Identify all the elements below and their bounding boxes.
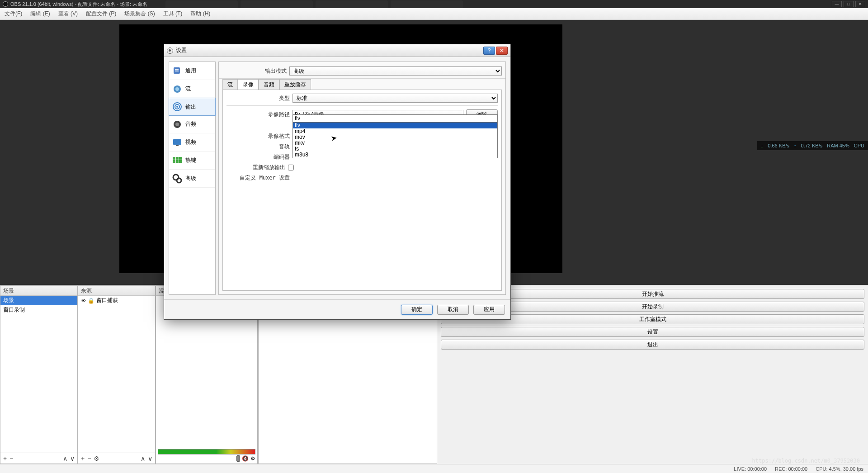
svg-point-4 [175, 87, 179, 91]
svg-rect-16 [176, 160, 179, 163]
scene-up-button[interactable]: ∧ [63, 455, 67, 462]
output-mode-select[interactable]: 高级 [289, 66, 502, 76]
format-option-ts[interactable]: ts [293, 146, 497, 152]
sidebar-item-advanced[interactable]: 高级 [169, 170, 215, 188]
sidebar-item-video[interactable]: 视频 [169, 133, 215, 151]
sidebar-item-label: 输出 [185, 103, 196, 111]
output-tabs: 流 录像 音频 重放缓存 [222, 79, 502, 90]
sidebar-item-label: 视频 [185, 138, 196, 146]
ok-button[interactable]: 确定 [401, 305, 433, 315]
app-titlebar: OBS 21.1.0 (64bit, windows) - 配置文件: 未命名 … [0, 0, 868, 8]
svg-point-9 [175, 123, 179, 126]
settings-button[interactable]: 设置 [441, 327, 864, 337]
source-settings-button[interactable]: ⚙ [94, 455, 99, 462]
gear-icon [172, 173, 183, 184]
svg-point-7 [176, 106, 178, 108]
tab-stream[interactable]: 流 [222, 79, 238, 90]
upload-rate: 0.72 KB/s [801, 143, 823, 148]
menu-view[interactable]: 查看 (V) [58, 10, 78, 18]
sidebar-item-stream[interactable]: 流 [169, 80, 215, 98]
format-option-m3u8[interactable]: m3u8 [293, 152, 497, 158]
menu-scene-collection[interactable]: 场景集合 (S) [124, 10, 155, 18]
volume-slider[interactable] [236, 455, 240, 462]
app-title: OBS 21.1.0 (64bit, windows) - 配置文件: 未命名 … [10, 1, 147, 8]
tab-audio[interactable]: 音频 [259, 79, 279, 90]
settings-content: 输出模式 高级 流 录像 音频 重放缓存 类型 标准 录像路径 [218, 61, 506, 295]
remove-source-button[interactable]: − [87, 455, 91, 462]
source-up-button[interactable]: ∧ [141, 455, 145, 462]
mixer-gear-icon[interactable]: ⚙ [250, 455, 255, 462]
svg-rect-15 [173, 160, 175, 163]
sidebar-item-hotkeys[interactable]: 热键 [169, 151, 215, 170]
dialog-titlebar[interactable]: 设置 ? ✕ [164, 44, 510, 57]
rescale-checkbox[interactable] [288, 165, 294, 170]
sidebar-item-label: 通用 [185, 67, 196, 75]
maximize-button[interactable]: □ [844, 1, 854, 7]
watermark: https://blog.csdn.net/m0_37952030 [752, 458, 860, 464]
svg-rect-10 [173, 139, 181, 145]
settings-dialog: 设置 ? ✕ 通用 流 输出 音频 视频 [164, 44, 511, 320]
svg-rect-14 [179, 157, 182, 160]
lock-icon[interactable]: 🔒 [88, 298, 94, 304]
dialog-title-text: 设置 [176, 47, 482, 54]
minimize-button[interactable]: — [832, 1, 842, 7]
svg-rect-12 [173, 157, 175, 160]
window-close-button[interactable]: ✕ [855, 1, 865, 7]
add-scene-button[interactable]: + [3, 455, 7, 462]
status-live: LIVE: 00:00:00 [734, 466, 767, 472]
ram-usage: RAM 45% [827, 143, 849, 148]
background-tabs [165, 0, 463, 8]
tab-recording[interactable]: 录像 [238, 79, 259, 90]
menu-file[interactable]: 文件(F) [5, 10, 22, 18]
statusbar: LIVE: 00:00:00 REC: 00:00:00 CPU: 4.5%, … [0, 464, 868, 473]
menu-profile[interactable]: 配置文件 (P) [86, 10, 116, 18]
svg-rect-17 [179, 160, 182, 163]
sidebar-item-audio[interactable]: 音频 [169, 115, 215, 133]
scene-down-button[interactable]: ∨ [70, 455, 75, 462]
output-icon [172, 101, 183, 112]
apply-button[interactable]: 应用 [473, 305, 505, 315]
exit-button[interactable]: 退出 [441, 340, 864, 350]
type-select[interactable]: 标准 [292, 94, 498, 103]
source-item[interactable]: 👁 🔒 窗口捕获 [78, 296, 155, 305]
muxer-label: 自定义 Muxer 设置 [226, 174, 290, 182]
sidebar-item-output[interactable]: 输出 [169, 98, 216, 116]
encoder-label: 编码器 [226, 153, 290, 161]
source-label: 窗口捕获 [96, 297, 118, 304]
format-option-mov[interactable]: mov [293, 134, 497, 140]
visibility-icon[interactable]: 👁 [81, 298, 86, 303]
dialog-close-button[interactable]: ✕ [496, 47, 508, 55]
download-rate: 0.66 KB/s [768, 143, 789, 148]
scene-item[interactable]: 窗口录制 [0, 305, 77, 315]
sidebar-item-general[interactable]: 通用 [169, 62, 215, 80]
dialog-help-button[interactable]: ? [483, 47, 495, 55]
cancel-button[interactable]: 取消 [437, 305, 469, 315]
download-icon: ↓ [761, 143, 764, 148]
recording-format-dropdown[interactable]: flv flv mp4 mov mkv ts m3u8 [292, 114, 498, 158]
stream-icon [172, 84, 183, 95]
format-selected-value[interactable]: flv [293, 115, 497, 123]
remove-scene-button[interactable]: − [9, 455, 13, 462]
add-source-button[interactable]: + [81, 455, 85, 462]
svg-point-19 [177, 178, 181, 183]
svg-rect-13 [176, 157, 179, 160]
menu-tools[interactable]: 工具 (T) [163, 10, 183, 18]
svg-rect-2 [175, 71, 179, 71]
mixer-track-label [158, 443, 255, 448]
app-icon [3, 1, 8, 7]
output-mode-label: 输出模式 [265, 67, 287, 75]
format-option-flv[interactable]: flv [293, 123, 497, 128]
mute-icon[interactable]: 🔇 [242, 455, 249, 462]
format-option-mkv[interactable]: mkv [293, 140, 497, 146]
scenes-header: 场景 [0, 286, 77, 296]
menu-edit[interactable]: 编辑 (E) [30, 10, 50, 18]
scene-item[interactable]: 场景 [0, 296, 77, 305]
tab-replay[interactable]: 重放缓存 [279, 79, 311, 90]
source-down-button[interactable]: ∨ [148, 455, 152, 462]
upload-icon: ↑ [794, 143, 797, 148]
format-option-mp4[interactable]: mp4 [293, 128, 497, 134]
sidebar-item-label: 高级 [185, 175, 196, 182]
sidebar-item-label: 热键 [185, 156, 196, 164]
audio-track-label: 音轨 [226, 143, 290, 151]
menu-help[interactable]: 帮助 (H) [190, 10, 210, 18]
